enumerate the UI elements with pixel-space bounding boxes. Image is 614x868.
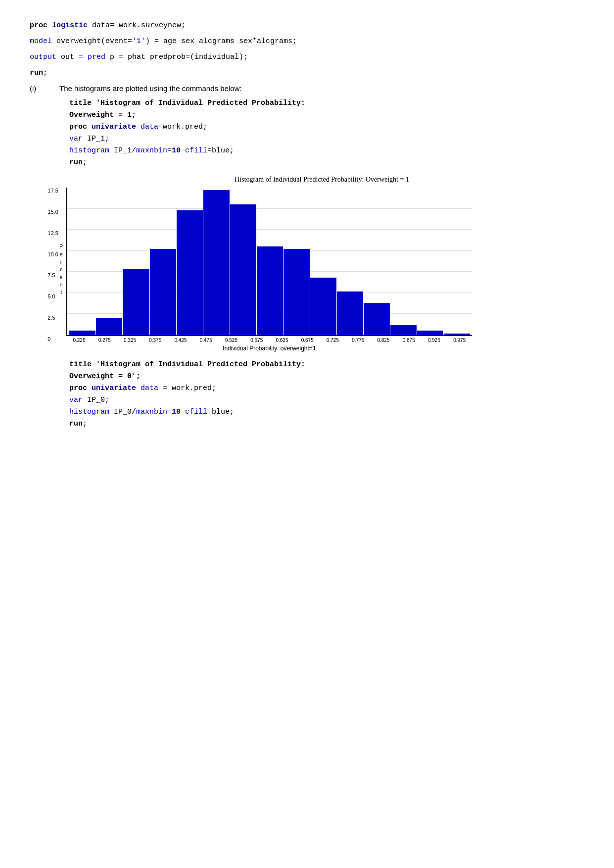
model-keyword: model: [30, 37, 56, 46]
xtick-0725: 0.725: [320, 338, 345, 343]
y-tick-12-5: 12.5: [47, 230, 58, 236]
y-tick-2-5: 2.5: [47, 315, 58, 321]
chart1-container: Histogram of Individual Predicted Probab…: [59, 176, 584, 352]
bar-13: [390, 325, 417, 335]
var-kw1: var: [69, 135, 87, 143]
p-var: p: [110, 53, 119, 61]
item-label-i: (i): [30, 84, 59, 93]
var-val1: IP_1;: [87, 135, 109, 143]
title-rest2: Individual Predicted Probability:: [158, 360, 305, 369]
var-kw2: var: [69, 396, 87, 404]
xtick-0825: 0.825: [371, 338, 396, 343]
xtick-0625: 0.625: [269, 338, 294, 343]
y-tick-10: 10.0: [47, 251, 58, 257]
data-param: data= work.surveynew;: [92, 21, 186, 30]
data-val2: = work.pred;: [163, 384, 216, 392]
run-line: run;: [30, 67, 584, 79]
xtick-0425: 0.425: [168, 338, 193, 343]
x-axis-label-1: Individual Probability: overweight=1: [66, 345, 472, 352]
cfill-kw1: cfill: [181, 146, 207, 155]
bar-7: [230, 204, 256, 335]
cb1-var-line: var IP_1;: [69, 133, 584, 145]
cb1-proc-line: proc univariate data=work.pred;: [69, 121, 584, 133]
xtick-0225: 0.225: [66, 338, 92, 343]
intro-text: The histograms are plotted using the com…: [59, 84, 242, 93]
y-ticks-container: 0 2.5 5.0 7.5 10.0 12.5 15.0 17.5: [47, 188, 58, 342]
cfill-val2: =blue;: [207, 408, 234, 416]
logistic-keyword: logistic: [52, 21, 92, 30]
bar-15: [444, 334, 470, 335]
cb2-overweight-line: Overweight = 0';: [69, 371, 584, 383]
y-tick-17-5: 17.5: [47, 188, 58, 193]
maxnbin-kw1: maxnbin: [136, 146, 167, 155]
bar-3: [123, 269, 149, 335]
bar-9: [283, 249, 310, 335]
xtick-0775: 0.775: [345, 338, 371, 343]
code-block-1: title 'Histogram of Individual Predicted…: [69, 97, 584, 169]
bar-14: [417, 331, 443, 335]
run-semi2: ;: [83, 420, 87, 428]
univariate-kw2: univariate: [92, 384, 141, 392]
proc-kw2: proc: [69, 384, 92, 392]
eq2: =: [167, 408, 172, 416]
of-text1: of: [145, 99, 158, 107]
xtick-0875: 0.875: [396, 338, 422, 343]
bar-2: [96, 318, 122, 335]
title-str2: 'Histogram: [96, 360, 145, 369]
xtick-0575: 0.575: [244, 338, 269, 343]
proc-logistic-block: proc logistic data= work.surveynew;: [30, 20, 584, 32]
y-tick-5: 5.0: [47, 293, 58, 299]
cfill-val1: =blue;: [207, 146, 234, 155]
bar-12: [364, 303, 390, 335]
phat-text: = phat predprob=(individual);: [119, 53, 248, 61]
bar-4: [150, 249, 176, 335]
maxnbin-kw2: maxnbin: [136, 408, 167, 416]
cb1-histogram-line: histogram IP_1/maxnbin=10 cfill=blue;: [69, 145, 584, 157]
xtick-0375: 0.375: [142, 338, 168, 343]
bar-5: [177, 210, 203, 335]
hist-val2: IP_0/: [114, 408, 136, 416]
run-keyword: run: [30, 69, 43, 77]
data-kw2: data: [141, 384, 163, 392]
model-line: model overweight(event='1') = age sex al…: [30, 36, 584, 48]
model-vars: ) = age sex alcgrams sex*alcgrams;: [145, 37, 297, 46]
y-tick-0: 0: [47, 336, 58, 342]
cb2-histogram-line: histogram IP_0/maxnbin=10 cfill=blue;: [69, 406, 584, 418]
bar-10: [310, 278, 336, 335]
run-kw1: run: [69, 158, 83, 167]
num-10-2: 10: [172, 408, 181, 416]
chart1-area: 0 2.5 5.0 7.5 10.0 12.5 15.0 17.5: [66, 188, 584, 352]
data-kw1: data: [141, 123, 158, 131]
bar-6: [203, 190, 230, 335]
of-text2: of: [145, 360, 158, 369]
y-axis-label-chars: P e r c e n t: [59, 243, 63, 296]
main-content: proc logistic data= work.surveynew; mode…: [30, 20, 584, 430]
y-tick-7-5: 7.5: [47, 272, 58, 278]
run-semi1: ;: [83, 158, 87, 167]
bars-container: [69, 188, 470, 335]
cfill-kw2: cfill: [181, 408, 207, 416]
overweight-val1: Overweight = 1;: [69, 111, 136, 119]
cb1-run-line: run;: [69, 157, 584, 169]
xtick-0975: 0.975: [447, 338, 472, 343]
title-kw1: title: [69, 99, 96, 107]
x-tick-labels-row: 0.225 0.275 0.325 0.375 0.425 0.475 0.52…: [66, 338, 472, 343]
out-eq: = pred: [79, 53, 110, 61]
chart1-wrapper: P e r c e n t 0 2.5 5.0 7.5 10.0 12.5 15…: [59, 188, 584, 352]
output-keyword: output: [30, 53, 61, 61]
bar-11: [337, 291, 363, 336]
hist-kw2: histogram: [69, 408, 114, 416]
event-val: '1': [132, 37, 145, 46]
xtick-0325: 0.325: [117, 338, 142, 343]
run-semi: ;: [43, 69, 47, 77]
cb2-run-line: run;: [69, 418, 584, 430]
xtick-0925: 0.925: [422, 338, 447, 343]
output-line: output out = pred p = phat predprob=(ind…: [30, 51, 584, 63]
bar-8: [257, 246, 283, 335]
intro-row: (i) The histograms are plotted using the…: [30, 84, 584, 93]
cb1-title-line: title 'Histogram of Individual Predicted…: [69, 97, 584, 109]
proc-kw1: proc: [69, 123, 92, 131]
code-block-2: title 'Histogram of Individual Predicted…: [69, 359, 584, 430]
hist-kw1: histogram: [69, 146, 114, 155]
cb2-proc-line: proc univariate data = work.pred;: [69, 383, 584, 394]
